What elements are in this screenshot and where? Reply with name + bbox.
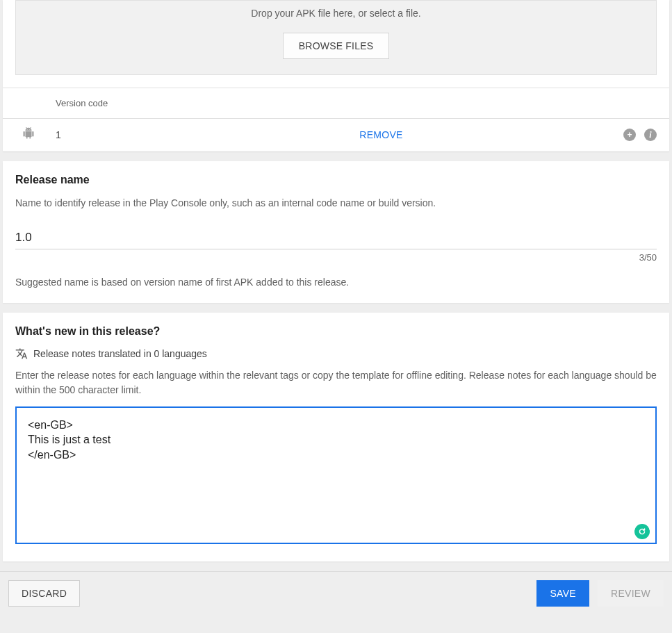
android-icon <box>22 127 35 142</box>
review-button[interactable]: REVIEW <box>598 580 664 607</box>
save-button[interactable]: SAVE <box>536 580 589 607</box>
grammarly-icon[interactable] <box>634 524 650 539</box>
discard-button[interactable]: DISCARD <box>8 580 80 607</box>
release-name-title: Release name <box>15 174 657 186</box>
translate-icon <box>15 347 28 360</box>
remove-apk-link[interactable]: REMOVE <box>359 129 402 140</box>
release-name-card: Release name Name to identify release in… <box>3 161 669 303</box>
info-icon[interactable] <box>644 129 657 141</box>
apk-version-code-value: 1 <box>56 129 139 140</box>
apk-version-code-header: Version code <box>3 88 669 119</box>
whats-new-title: What's new in this release? <box>15 325 657 338</box>
apk-table: Version code 1 REMOVE <box>3 88 669 151</box>
translation-status-text: Release notes translated in 0 languages <box>33 348 207 359</box>
release-name-help: Name to identify release in the Play Con… <box>15 196 657 210</box>
footer-bar: DISCARD SAVE REVIEW <box>0 571 672 615</box>
translation-status: Release notes translated in 0 languages <box>15 347 657 360</box>
add-icon[interactable] <box>623 129 636 141</box>
browse-files-button[interactable]: BROWSE FILES <box>283 33 389 59</box>
release-name-input[interactable] <box>15 228 657 249</box>
dropzone-text: Drop your APK file here, or select a fil… <box>16 8 656 19</box>
apk-row: 1 REMOVE <box>3 119 669 151</box>
release-name-suggestion: Suggested name is based on version name … <box>15 277 657 288</box>
whats-new-card: What's new in this release? Release note… <box>3 313 669 561</box>
release-notes-textarea[interactable] <box>15 406 657 544</box>
apk-dropzone[interactable]: Drop your APK file here, or select a fil… <box>15 0 657 75</box>
whats-new-help: Enter the release notes for each languag… <box>15 368 657 397</box>
release-name-counter: 3/50 <box>15 252 657 263</box>
apk-card: Drop your APK file here, or select a fil… <box>3 0 669 151</box>
